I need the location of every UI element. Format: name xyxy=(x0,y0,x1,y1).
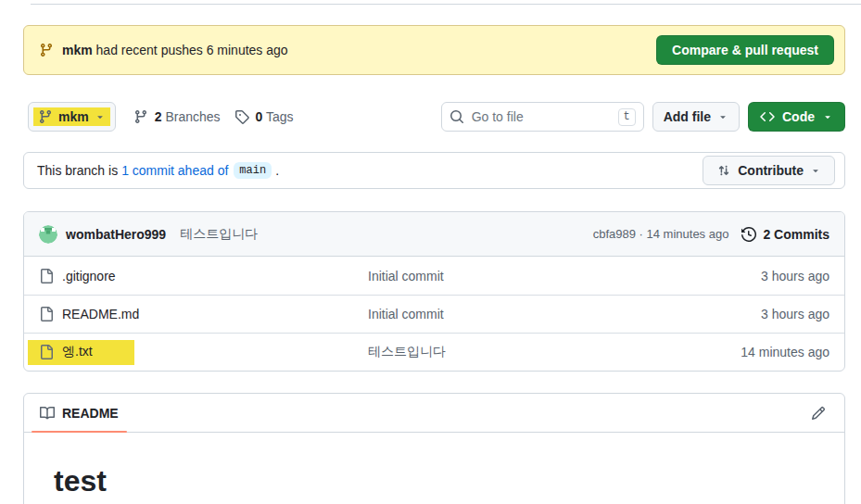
commit-message-link[interactable]: Initial commit xyxy=(368,307,444,321)
branch-ahead-banner: This branch is 1 commit ahead of main . … xyxy=(23,152,845,189)
readme-tab-label: README xyxy=(62,406,119,421)
branch-selector-button[interactable]: mkm xyxy=(28,102,116,132)
readme-tab-bar: README xyxy=(24,394,844,433)
latest-commit-header: wombatHero999 테스트입니다 cbfa989 · 14 minute… xyxy=(24,212,844,257)
contribute-arrows-icon xyxy=(716,163,731,178)
chevron-down-icon xyxy=(810,165,821,176)
commit-message-cell: Initial commit xyxy=(368,269,761,284)
add-file-button[interactable]: Add file xyxy=(652,102,740,132)
commits-count-label: 2 Commits xyxy=(763,227,829,242)
shortcut-key-hint: t xyxy=(618,108,636,126)
pencil-icon xyxy=(811,406,826,421)
tag-icon xyxy=(234,109,249,124)
book-icon xyxy=(40,406,55,421)
file-updated-time[interactable]: 14 minutes ago xyxy=(741,345,829,359)
table-row[interactable]: README.md Initial commit 3 hours ago xyxy=(24,295,844,333)
git-branch-icon xyxy=(38,109,53,124)
toolbar-right-group: t Add file Code xyxy=(441,102,845,132)
commit-sha-time-link[interactable]: cbfa989 · 14 minutes ago xyxy=(593,227,729,241)
tab-readme[interactable]: README xyxy=(32,394,127,432)
readme-content: test xyxy=(24,433,844,504)
branches-link[interactable]: 2 Branches xyxy=(133,109,221,124)
file-updated-time[interactable]: 3 hours ago xyxy=(761,307,829,321)
commit-header-right: cbfa989 · 14 minutes ago 2 Commits xyxy=(593,227,829,242)
git-branch-icon xyxy=(39,43,54,57)
commits-ahead-link[interactable]: 1 commit ahead of xyxy=(121,163,228,178)
file-name-link[interactable]: 엥.txt xyxy=(62,344,93,360)
go-to-file-search: t xyxy=(441,102,644,132)
commit-message-link[interactable]: 테스트입니다 xyxy=(368,344,446,359)
file-search-input[interactable] xyxy=(472,109,611,124)
branch-name-pill[interactable]: main xyxy=(234,162,272,179)
file-table-card: wombatHero999 테스트입니다 cbfa989 · 14 minute… xyxy=(23,211,845,372)
edit-readme-button[interactable] xyxy=(811,406,826,421)
table-row[interactable]: .gitignore Initial commit 3 hours ago xyxy=(24,257,844,295)
top-divider xyxy=(31,4,861,5)
file-name-link[interactable]: .gitignore xyxy=(62,269,116,284)
commit-history-link[interactable]: 2 Commits xyxy=(741,227,829,242)
chevron-down-icon xyxy=(95,111,106,122)
chevron-down-icon xyxy=(822,111,833,122)
file-table-rows: .gitignore Initial commit 3 hours ago RE… xyxy=(24,257,844,371)
branches-count-label: 2 Branches xyxy=(155,109,221,124)
recent-push-text: mkm had recent pushes 6 minutes ago xyxy=(62,43,288,57)
file-name-cell: .gitignore xyxy=(39,269,368,284)
tags-link[interactable]: 0 Tags xyxy=(234,109,294,124)
pushed-branch-name: mkm xyxy=(62,43,93,57)
commit-message-link[interactable]: Initial commit xyxy=(368,269,444,284)
table-row[interactable]: 엥.txt 테스트입니다 14 minutes ago xyxy=(24,333,844,371)
contribute-button[interactable]: Contribute xyxy=(703,156,835,185)
repo-toolbar: mkm 2 Branches 0 Tags t Add file Code xyxy=(23,102,845,132)
recent-push-banner: mkm had recent pushes 6 minutes ago Comp… xyxy=(23,25,845,75)
latest-commit-message-link[interactable]: 테스트입니다 xyxy=(180,226,258,243)
readme-card: README test xyxy=(23,393,845,504)
search-icon xyxy=(449,109,464,124)
file-name-link[interactable]: README.md xyxy=(62,307,139,321)
file-icon xyxy=(39,345,54,359)
git-branch-icon xyxy=(133,109,148,124)
compare-pull-request-button[interactable]: Compare & pull request xyxy=(656,35,834,65)
branch-selector-label: mkm xyxy=(58,109,89,124)
file-updated-time[interactable]: 3 hours ago xyxy=(761,269,829,284)
file-icon xyxy=(39,269,54,284)
file-name-cell: 엥.txt xyxy=(39,344,368,360)
file-icon xyxy=(39,307,54,321)
code-button[interactable]: Code xyxy=(748,102,845,132)
branch-ahead-text: This branch is 1 commit ahead of main . xyxy=(37,162,279,179)
avatar[interactable] xyxy=(39,225,57,244)
readme-heading: test xyxy=(54,462,815,499)
history-icon xyxy=(741,227,756,242)
tags-count-label: 0 Tags xyxy=(256,109,294,124)
file-name-cell: README.md xyxy=(39,307,368,321)
commit-message-cell: 테스트입니다 xyxy=(368,344,741,360)
commit-author-link[interactable]: wombatHero999 xyxy=(66,227,166,242)
identicon-avatar-image xyxy=(39,225,57,244)
commit-message-cell: Initial commit xyxy=(368,307,761,321)
code-icon xyxy=(760,109,775,124)
chevron-down-icon xyxy=(717,111,728,122)
